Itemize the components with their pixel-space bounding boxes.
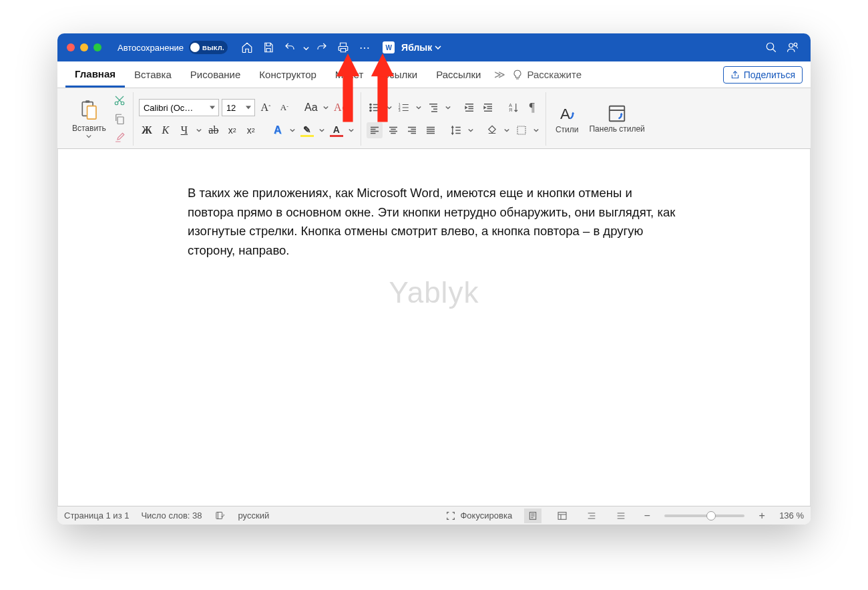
highlight-button[interactable]: ✎ [299, 122, 315, 138]
account-icon[interactable] [784, 39, 801, 56]
change-case-button[interactable]: Aa [303, 100, 319, 116]
document-area[interactable]: В таких же приложениях, как Microsoft Wo… [57, 149, 811, 506]
line-spacing-dropdown-icon[interactable] [467, 128, 475, 133]
shading-icon[interactable] [484, 122, 500, 138]
watermark: Yablyk [389, 276, 479, 309]
autosave-toggle[interactable]: ВЫКЛ. [189, 41, 228, 54]
tab-insert[interactable]: Вставка [125, 61, 181, 88]
undo-dropdown-icon[interactable] [302, 39, 309, 56]
word-count[interactable]: Число слов: 38 [141, 510, 202, 521]
decrease-indent-icon[interactable] [461, 100, 477, 116]
window-controls [67, 43, 101, 51]
outline-view-icon[interactable] [583, 508, 600, 523]
clear-formatting-icon[interactable]: A⊘ [333, 100, 349, 116]
borders-icon[interactable] [513, 122, 529, 138]
copy-icon[interactable] [112, 111, 128, 127]
page-indicator[interactable]: Страница 1 из 1 [64, 510, 129, 521]
language-indicator[interactable]: русский [238, 510, 270, 521]
zoom-in-button[interactable]: + [756, 510, 767, 522]
bullet-list-icon[interactable] [367, 100, 383, 116]
justify-icon[interactable] [423, 122, 439, 138]
borders-dropdown-icon[interactable] [532, 128, 540, 133]
font-size-select[interactable] [222, 99, 255, 116]
shading-dropdown-icon[interactable] [503, 128, 511, 133]
share-button[interactable]: Поделиться [723, 66, 803, 84]
minimize-window-button[interactable] [80, 43, 88, 51]
tab-draw[interactable]: Рисование [181, 61, 250, 88]
save-icon[interactable] [260, 39, 277, 56]
tab-home[interactable]: Главная [65, 61, 125, 88]
align-center-icon[interactable] [385, 122, 401, 138]
underline-dropdown-icon[interactable] [195, 128, 203, 133]
print-layout-view-icon[interactable] [524, 508, 541, 523]
bullet-dropdown-icon[interactable] [385, 105, 393, 110]
underline-button[interactable]: Ч [176, 122, 192, 138]
spellcheck-icon[interactable] [214, 510, 226, 522]
focus-mode-button[interactable]: Фокусировка [445, 510, 512, 521]
case-dropdown-icon[interactable] [322, 105, 330, 110]
text-effects-icon[interactable]: A [270, 122, 286, 138]
paste-button[interactable]: Вставить [69, 98, 109, 140]
zoom-slider[interactable] [664, 514, 744, 517]
undo-icon[interactable] [281, 39, 298, 56]
subscript-button[interactable]: x2 [224, 122, 240, 138]
styles-panel-button[interactable]: Панель стилей [585, 102, 648, 135]
print-icon[interactable] [335, 39, 352, 56]
tell-me-search[interactable]: Расскажите [512, 69, 582, 80]
font-color-dropdown-icon[interactable] [347, 128, 355, 133]
document-name[interactable]: Яблык [401, 42, 441, 53]
numbered-list-icon[interactable]: 123 [396, 100, 412, 116]
autosave-label: Автосохранение [118, 43, 184, 53]
word-doc-icon: W [383, 41, 395, 53]
tab-mailings[interactable]: Рассылки [427, 61, 490, 88]
shrink-font-icon[interactable]: Aˇ [276, 100, 292, 116]
numbered-dropdown-icon[interactable] [415, 105, 423, 110]
tab-references[interactable]: Ссылки [373, 61, 427, 88]
format-painter-icon[interactable] [112, 130, 128, 146]
strikethrough-button[interactable]: ab [206, 122, 222, 138]
tab-design[interactable]: Конструктор [250, 61, 326, 88]
autosave-state: ВЫКЛ. [202, 44, 224, 51]
clipboard-group: Вставить [64, 92, 134, 146]
multilevel-dropdown-icon[interactable] [444, 105, 452, 110]
more-icon[interactable]: ⋯ [356, 39, 373, 56]
svg-rect-8 [118, 117, 124, 124]
draft-view-icon[interactable] [612, 508, 630, 523]
document-body-text[interactable]: В таких же приложениях, как Microsoft Wo… [188, 184, 680, 261]
superscript-button[interactable]: x2 [243, 122, 259, 138]
svg-point-2 [794, 43, 797, 46]
italic-button[interactable]: К [158, 122, 174, 138]
font-color-button[interactable]: A [329, 122, 345, 138]
redo-icon[interactable] [313, 39, 331, 56]
show-paragraph-marks-icon[interactable]: ¶ [524, 100, 540, 116]
highlight-dropdown-icon[interactable] [318, 128, 326, 133]
text-effects-dropdown-icon[interactable] [288, 128, 296, 133]
svg-text:A: A [509, 103, 512, 108]
grow-font-icon[interactable]: Aˆ [258, 100, 274, 116]
zoom-percent[interactable]: 136 % [779, 510, 804, 521]
maximize-window-button[interactable] [93, 43, 101, 51]
svg-rect-20 [216, 512, 222, 519]
home-icon[interactable] [238, 39, 256, 56]
cut-icon[interactable] [112, 92, 128, 108]
increase-indent-icon[interactable] [480, 100, 496, 116]
search-icon[interactable] [763, 39, 780, 56]
zoom-out-button[interactable]: − [642, 510, 652, 522]
sort-icon[interactable]: AЯ [505, 100, 521, 116]
align-left-icon[interactable] [367, 122, 383, 138]
close-window-button[interactable] [67, 43, 75, 51]
align-right-icon[interactable] [404, 122, 420, 138]
styles-button[interactable]: A Стили [552, 102, 583, 136]
ribbon: Вставить Aˆ Aˇ Aa A⊘ [57, 88, 811, 149]
svg-point-0 [767, 43, 774, 50]
tabs-overflow-icon[interactable]: ≫ [490, 68, 509, 81]
multilevel-list-icon[interactable] [425, 100, 441, 116]
svg-text:Я: Я [509, 108, 512, 112]
tab-layout[interactable]: Макет [326, 61, 373, 88]
line-spacing-icon[interactable] [448, 122, 464, 138]
font-group: Aˆ Aˇ Aa A⊘ Ж К Ч ab x2 x2 A ✎ A [134, 92, 361, 146]
web-layout-view-icon[interactable] [554, 508, 571, 523]
svg-point-9 [370, 104, 371, 105]
bold-button[interactable]: Ж [139, 122, 155, 138]
font-name-select[interactable] [139, 99, 219, 116]
